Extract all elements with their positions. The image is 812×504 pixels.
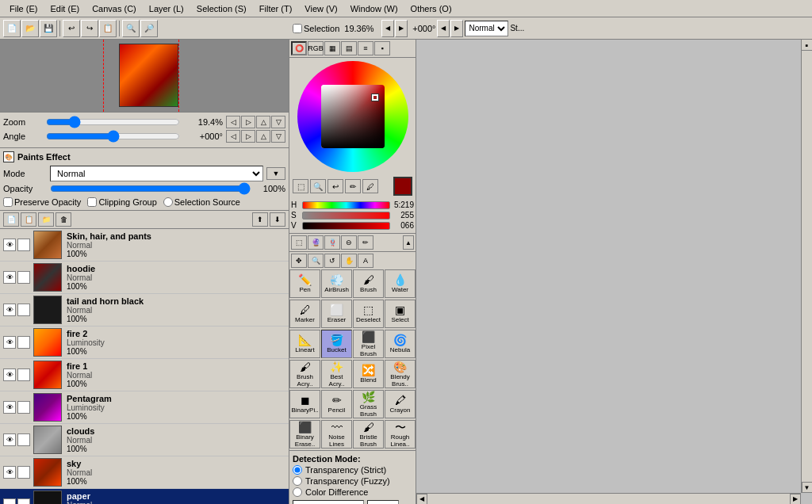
layer-item-6[interactable]: 👁 clouds Normal 100% xyxy=(0,424,289,456)
layer-new-btn[interactable]: 📄 xyxy=(3,212,19,227)
layer-item-0[interactable]: 👁 Skin, hair, and pants Normal 100% xyxy=(0,229,289,262)
tool-btn-airbrush[interactable]: 💨AirBrush xyxy=(321,269,352,298)
tool-save[interactable]: 💾 xyxy=(40,20,57,37)
tool-btn-deselect[interactable]: ⬚Deselect xyxy=(353,300,384,328)
hscroll-left-btn[interactable]: ◀ xyxy=(416,494,427,505)
menu-selection[interactable]: Selection (S) xyxy=(190,2,253,15)
selection-source-radio[interactable] xyxy=(163,197,173,207)
tool-btn-blend[interactable]: 🔀Blend xyxy=(353,360,384,388)
scroll-up-btn[interactable]: ▲ xyxy=(403,235,414,250)
canvas-hscrollbar[interactable]: ◀ ▶ xyxy=(416,493,801,504)
menu-filter[interactable]: Filter (T) xyxy=(253,2,299,15)
tool-new[interactable]: 📄 xyxy=(3,20,21,37)
zoom-dec-btn[interactable]: ◀ xyxy=(381,20,394,37)
tool-zoom-out[interactable]: 🔎 xyxy=(140,20,158,37)
clipping-group-label[interactable]: Clipping Group xyxy=(87,197,156,207)
detection-strict-radio[interactable] xyxy=(293,465,302,475)
layer-item-5[interactable]: 👁 Pentagram Luminosity 100% xyxy=(0,391,289,424)
tool-btn-binarypi..[interactable]: ◼BinaryPi.. xyxy=(289,390,320,418)
tool-btn-noise-lines[interactable]: 〰Noise Lines xyxy=(321,420,352,449)
color-tool-3[interactable]: ↩ xyxy=(327,179,343,193)
tool-rotate[interactable]: ↺ xyxy=(324,254,340,268)
detection-fuzzy-radio[interactable] xyxy=(293,476,302,486)
tool-btn-rough-linea..[interactable]: 〜Rough Linea.. xyxy=(385,420,416,449)
tool-open[interactable]: 📂 xyxy=(21,20,39,37)
tool-btn-blendy-brus..[interactable]: 🎨Blendy Brus.. xyxy=(385,360,416,388)
color-picker-square[interactable] xyxy=(321,85,385,148)
menu-others[interactable]: Others (O) xyxy=(404,2,458,15)
tool-redo[interactable]: ↪ xyxy=(81,20,98,37)
preserve-opacity-label[interactable]: Preserve Opacity xyxy=(3,197,81,207)
color-wheel[interactable] xyxy=(297,61,408,172)
layer-eye-5[interactable]: 👁 xyxy=(3,401,16,414)
tool-btn-pixel-brush[interactable]: ⬛Pixel Brush xyxy=(353,330,384,358)
mode-select[interactable]: Normal Multiply Luminosity xyxy=(50,166,263,181)
color-wheel-btn[interactable]: ⭕ xyxy=(291,41,307,55)
tool-btn-eraser[interactable]: ⬜Eraser xyxy=(321,300,352,328)
layer-item-2[interactable]: 👁 tail and horn black Normal 100% xyxy=(0,294,289,326)
layer-eye-6[interactable]: 👁 xyxy=(3,433,16,446)
layer-up-btn[interactable]: ⬆ xyxy=(252,212,268,227)
vscroll-down-btn[interactable]: ▼ xyxy=(802,482,813,493)
selection-source-label[interactable]: Selection Source xyxy=(163,197,240,207)
tool-text[interactable]: A xyxy=(358,254,373,268)
menu-edit[interactable]: Edit (E) xyxy=(44,2,86,15)
current-color-swatch[interactable] xyxy=(393,177,412,196)
layer-item-7[interactable]: 👁 sky Normal 100% xyxy=(0,456,289,489)
layer-item-3[interactable]: 👁 fire 2 Luminosity 100% xyxy=(0,326,289,359)
layer-copy-btn[interactable]: 📋 xyxy=(21,212,36,227)
menu-view[interactable]: View (V) xyxy=(298,2,343,15)
detection-strict[interactable]: Transparency (Strict) xyxy=(293,465,412,475)
menu-window[interactable]: Window (W) xyxy=(344,2,404,15)
tool-copy[interactable]: 📋 xyxy=(99,20,117,37)
color-history-btn[interactable]: ≡ xyxy=(358,41,373,55)
menu-file[interactable]: File (E) xyxy=(3,2,44,15)
layer-delete-btn[interactable]: 🗑 xyxy=(56,212,71,227)
opacity-slider[interactable] xyxy=(50,183,251,194)
layer-lock-6[interactable] xyxy=(17,433,30,446)
color-tool-2[interactable]: 🔍 xyxy=(310,179,326,193)
color-tool-1[interactable]: ⬚ xyxy=(293,179,308,193)
zoom-inc-btn[interactable]: ▶ xyxy=(395,20,408,37)
zoom-100-btn[interactable]: ▷ xyxy=(241,116,255,128)
tool-btn-marker[interactable]: 🖊Marker xyxy=(289,300,320,328)
detection-color-diff[interactable]: Color Difference xyxy=(293,487,412,497)
angle-btn4[interactable]: ▽ xyxy=(271,130,285,143)
tool-lasso[interactable]: 🪢 xyxy=(324,235,340,250)
layer-lock-3[interactable] xyxy=(17,336,30,349)
tool-btn-best-acry..[interactable]: ✨Best Acry.. xyxy=(321,360,352,388)
clipping-group-check[interactable] xyxy=(87,197,97,207)
angle-btn3[interactable]: △ xyxy=(256,130,270,143)
layer-eye-3[interactable]: 👁 xyxy=(3,336,16,349)
zoom-fit-btn[interactable]: ◁ xyxy=(226,116,240,128)
layer-lock-0[interactable] xyxy=(17,239,30,251)
tool-btn-select[interactable]: ▣Select xyxy=(385,300,416,328)
tool-btn-brush-acry..[interactable]: 🖌Brush Acry.. xyxy=(289,360,320,388)
hscroll-track[interactable] xyxy=(427,495,790,503)
color-wheel-area[interactable] xyxy=(297,61,408,172)
detection-color-diff-radio[interactable] xyxy=(293,487,302,497)
color-tool-5[interactable]: 🖊 xyxy=(362,179,378,193)
detection-fuzzy[interactable]: Transparency (Fuzzy) xyxy=(293,476,412,486)
layer-item-4[interactable]: 👁 fire 1 Normal 100% xyxy=(0,359,289,391)
hscroll-right-btn[interactable]: ▶ xyxy=(790,494,801,505)
preserve-opacity-check[interactable] xyxy=(3,197,13,207)
tool-deselect[interactable]: ⊖ xyxy=(341,235,357,250)
color-extra-btn[interactable]: ▪ xyxy=(374,41,390,55)
color-palette-btn[interactable]: ▦ xyxy=(324,41,340,55)
tool-hand[interactable]: ✋ xyxy=(341,254,357,268)
canvas-vscrollbar[interactable]: ▲ ▼ xyxy=(801,40,812,493)
layer-lock-4[interactable] xyxy=(17,368,30,381)
color-tool-4[interactable]: ✏ xyxy=(345,179,361,193)
layer-lock-5[interactable] xyxy=(17,401,30,414)
mode-btn[interactable]: ▼ xyxy=(266,167,285,180)
layer-eye-7[interactable]: 👁 xyxy=(3,466,16,479)
tool-btn-grass-brush[interactable]: 🌿Grass Brush xyxy=(353,390,384,418)
blend-mode-select[interactable]: Normal xyxy=(465,21,508,36)
layer-lock-2[interactable] xyxy=(17,304,30,316)
rot-inc-btn[interactable]: ▶ xyxy=(450,20,463,37)
layer-item-1[interactable]: 👁 hoodie Normal 100% xyxy=(0,262,289,294)
tool-btn-brush[interactable]: 🖌Brush xyxy=(353,269,384,298)
layer-eye-2[interactable]: 👁 xyxy=(3,304,16,316)
transp-value[interactable] xyxy=(367,500,399,504)
